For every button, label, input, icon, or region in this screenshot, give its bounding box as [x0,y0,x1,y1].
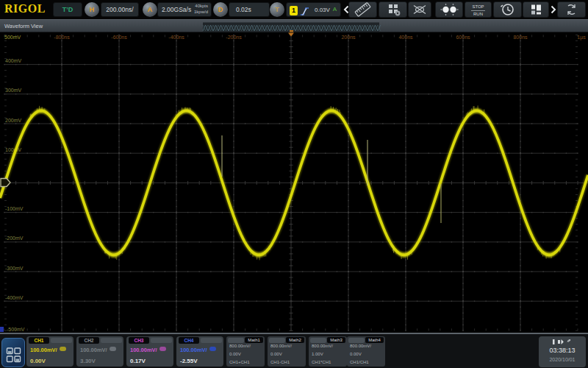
svg-text:400mV: 400mV [5,58,22,63]
svg-text:-500mV: -500mV [7,327,25,332]
svg-text:-300mV: -300mV [5,266,24,271]
svg-text:-100mV: -100mV [5,206,24,211]
svg-text:1µs: 1µs [577,35,586,40]
svg-text:-400mV: -400mV [5,295,24,300]
svg-text:600ns: 600ns [456,35,470,40]
svg-text:200mV: 200mV [5,118,22,123]
svg-text:-200mV: -200mV [5,236,24,241]
svg-text:-800ns: -800ns [54,35,70,40]
svg-text:300mV: 300mV [5,88,22,93]
svg-text:-600ns: -600ns [111,35,127,40]
svg-text:200ns: 200ns [341,35,356,40]
svg-text:400ns: 400ns [398,35,413,40]
svg-text:-400ns: -400ns [168,35,184,40]
svg-text:-200ns: -200ns [226,35,242,40]
svg-text:800ns: 800ns [513,35,528,40]
svg-text:500mV: 500mV [4,35,21,40]
